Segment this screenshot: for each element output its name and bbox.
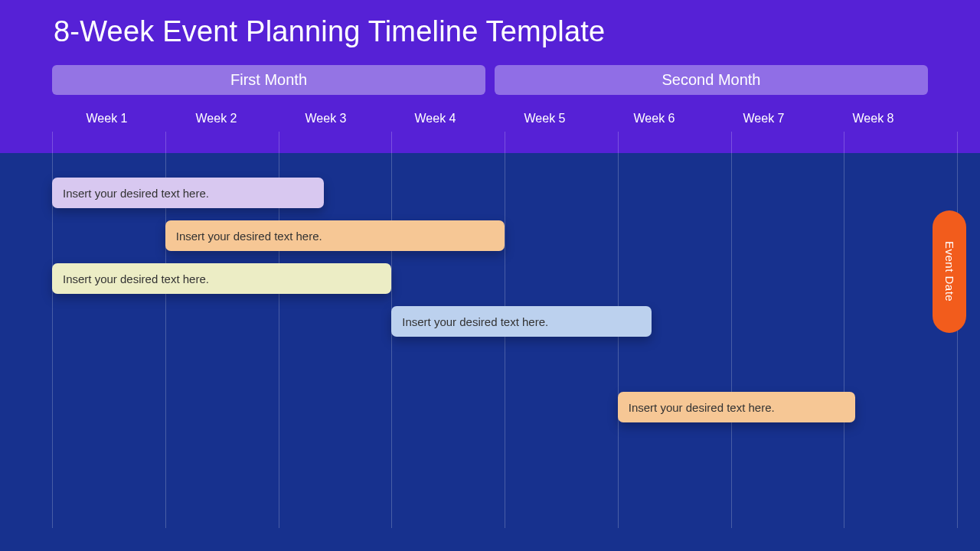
week-label: Week 2 <box>162 112 271 126</box>
week-label: Week 3 <box>271 112 381 126</box>
week-label: Week 8 <box>818 112 928 126</box>
week-row: Week 1 Week 2 Week 3 Week 4 Week 5 Week … <box>0 112 980 126</box>
task-1: Insert your desired text here. <box>52 178 324 208</box>
week-label: Week 7 <box>709 112 818 126</box>
event-date-pill: Event Date <box>933 210 966 333</box>
task-2: Insert your desired text here. <box>165 220 505 251</box>
gantt-area: Insert your desired text here.Insert you… <box>52 153 957 528</box>
event-date-label: Event Date <box>943 241 956 302</box>
page-title: 8-Week Event Planning Timeline Template <box>0 15 980 48</box>
week-label: Week 5 <box>490 112 599 126</box>
header: 8-Week Event Planning Timeline Template … <box>0 0 980 153</box>
week-label: Week 1 <box>52 112 162 126</box>
task-5: Insert your desired text here. <box>618 392 855 422</box>
week-label: Week 6 <box>599 112 709 126</box>
month-second: Second Month <box>495 65 928 95</box>
task-3: Insert your desired text here. <box>52 263 391 294</box>
month-first: First Month <box>52 65 485 95</box>
month-row: First Month Second Month <box>0 48 980 95</box>
week-label: Week 4 <box>381 112 490 126</box>
task-4: Insert your desired text here. <box>391 306 652 337</box>
